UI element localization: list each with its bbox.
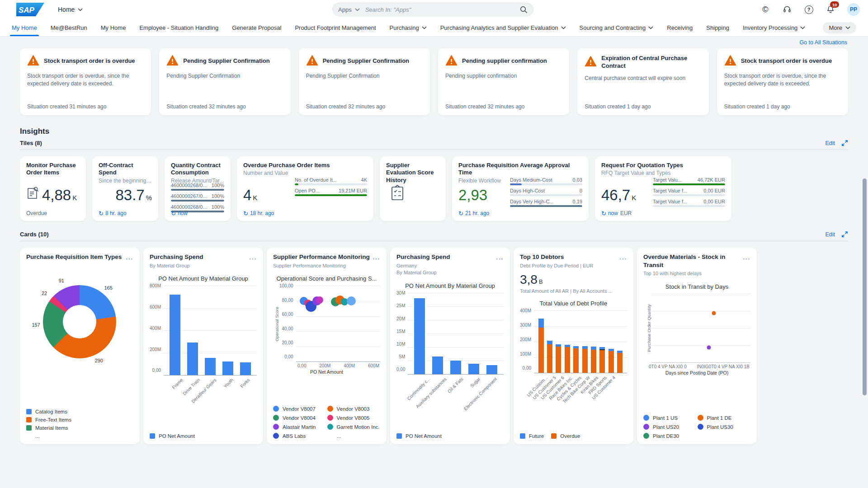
stacked-bar[interactable] — [565, 345, 570, 373]
tiles-count-header: Tiles (8) — [20, 140, 42, 146]
insight-card[interactable]: Purchase Requisition Item Types...165290… — [20, 248, 140, 444]
expand-icon[interactable] — [841, 140, 848, 146]
overflow-menu-icon[interactable]: ... — [617, 253, 627, 259]
nav-tab[interactable]: Generate Proposal — [232, 19, 281, 36]
legend-swatch — [551, 433, 557, 439]
bar[interactable] — [450, 361, 461, 374]
comparison-bar — [510, 183, 582, 185]
nav-tab[interactable]: Shipping — [706, 19, 729, 36]
bar[interactable] — [414, 298, 425, 374]
refresh-time: now — [608, 210, 618, 216]
stacked-bar[interactable] — [617, 351, 623, 373]
nav-tab[interactable]: Inventory Processing — [743, 19, 805, 36]
insight-tile[interactable]: Request For Quotation TypesRFQ Target Va… — [595, 156, 731, 221]
stacked-bar[interactable] — [582, 346, 588, 373]
search-scope-dropdown[interactable]: Apps — [338, 6, 365, 13]
insight-card[interactable]: Purchasing Spend...By Material GroupPO N… — [143, 248, 263, 444]
notifications-bell-icon[interactable]: 10 — [826, 5, 835, 14]
insight-tile[interactable]: Off-Contract SpendSince the beginning ..… — [92, 156, 158, 221]
situation-card[interactable]: Pending Supplier ConfirmationPending Sup… — [159, 48, 290, 115]
headset-icon[interactable] — [782, 5, 792, 14]
situation-card[interactable]: Stock transport order is overdueStock tr… — [717, 48, 848, 115]
situation-card[interactable]: Pending supplier confirmationPending sup… — [438, 48, 569, 115]
bar[interactable] — [205, 358, 216, 375]
nav-tab[interactable]: My Home — [12, 19, 37, 36]
insight-card[interactable]: Purchasing Spend...GermanyBy Material Gr… — [390, 248, 510, 444]
stacked-bar[interactable] — [538, 319, 544, 373]
nav-tab-label: Me@BestRun — [51, 24, 87, 31]
bar[interactable] — [222, 361, 233, 375]
stacked-bar[interactable] — [609, 349, 614, 373]
nav-tab[interactable]: My Home — [101, 19, 126, 36]
search-input[interactable]: Search In: "Apps" — [365, 6, 520, 13]
legend-label: Catalog Items — [35, 409, 67, 414]
cards-edit-link[interactable]: Edit — [825, 231, 835, 238]
tile-title: Request For Quotation Types — [601, 162, 725, 169]
stacked-bar[interactable] — [547, 341, 552, 373]
comparison-row-labels: Open PO...19,21M EUR — [295, 188, 367, 193]
situation-card[interactable]: Expiration of Central Purchase ContractC… — [577, 48, 708, 115]
situation-card[interactable]: Stock transport order is overdueStock tr… — [20, 48, 151, 115]
assistant-icon[interactable]: © — [760, 5, 770, 14]
purchase-order-document-icon — [26, 187, 39, 200]
bubble-point[interactable] — [347, 296, 356, 305]
overflow-menu-icon[interactable]: ... — [740, 253, 750, 259]
overflow-menu-icon[interactable]: ... — [493, 253, 504, 259]
gridline — [296, 347, 380, 347]
nav-tab[interactable]: Sourcing and Contracting — [580, 19, 654, 36]
insight-card[interactable]: Top 10 Debtors...Debt Profile by Due Per… — [514, 248, 633, 444]
clipboard-checklist-icon — [390, 184, 405, 203]
insight-tile[interactable]: Supplier Evaluation Score History — [380, 156, 446, 221]
nav-tab[interactable]: Receiving — [667, 19, 693, 36]
bar[interactable] — [432, 357, 443, 374]
expand-icon[interactable] — [841, 231, 848, 238]
home-menu-button[interactable]: Home — [58, 6, 83, 13]
nav-tab[interactable]: Product Footprint Management — [295, 19, 376, 36]
search-icon[interactable] — [520, 6, 528, 14]
clipboard-checklist-icon — [390, 184, 405, 202]
gridline — [296, 316, 380, 317]
bar[interactable] — [170, 295, 180, 375]
sap-logo[interactable]: SAP — [16, 3, 44, 16]
overflow-menu-icon[interactable]: ... — [123, 253, 133, 259]
insight-card[interactable]: Supplier Performance Monitoring...Suppli… — [267, 248, 387, 444]
tiles-edit-link[interactable]: Edit — [825, 140, 835, 146]
bubble-point[interactable] — [316, 296, 323, 304]
nav-more-button[interactable]: More — [823, 22, 856, 33]
avatar[interactable]: PP — [847, 3, 860, 16]
tile-comparison-rows: Days Medium-Cost0,03Days High-Cost0Days … — [510, 177, 582, 207]
legend-swatch — [26, 417, 32, 422]
overflow-menu-icon[interactable]: ... — [246, 253, 257, 259]
stacked-bar[interactable] — [556, 344, 561, 373]
bar[interactable] — [468, 364, 479, 374]
insight-tile[interactable]: Quantity Contract ConsumptionRelease Amo… — [165, 156, 231, 221]
search-bar[interactable]: Apps Search In: "Apps" — [332, 3, 533, 16]
bar[interactable] — [486, 365, 497, 374]
insight-tile[interactable]: Overdue Purchase Order ItemsNumber and V… — [237, 156, 373, 221]
nav-tab[interactable]: Employee - Situation Handling — [139, 19, 218, 36]
scatter-point[interactable] — [712, 311, 716, 315]
tile-refresh-footer: ↻now — [171, 210, 188, 216]
stacked-bar[interactable] — [599, 347, 605, 373]
insight-tile[interactable]: Purchase Requisition Average Approval Ti… — [452, 156, 589, 221]
scatter-point[interactable] — [707, 345, 711, 349]
stacked-bar[interactable] — [591, 347, 596, 373]
nav-tab-label: My Home — [101, 24, 126, 31]
nav-tab[interactable]: Me@BestRun — [51, 19, 87, 36]
go-to-all-situations-link[interactable]: Go to All Situations — [799, 39, 847, 46]
help-icon[interactable]: ? — [804, 5, 814, 14]
notification-badge: 10 — [830, 1, 839, 8]
stacked-bar[interactable] — [573, 346, 579, 373]
insight-tile[interactable]: Monitor Purchase Order Items4,88KOverdue — [20, 156, 86, 221]
bar[interactable] — [240, 362, 251, 375]
bar[interactable] — [187, 343, 198, 375]
situation-card[interactable]: Pending Supplier ConfirmationPending Sup… — [299, 48, 430, 115]
legend-swatch — [698, 415, 703, 421]
insight-card[interactable]: Overdue Materials - Stock in Transit...T… — [637, 248, 757, 444]
overflow-menu-icon[interactable]: ... — [370, 253, 380, 259]
comparison-bar-fill — [295, 183, 298, 185]
nav-tab[interactable]: Purchasing Analytics and Supplier Evalua… — [440, 19, 566, 36]
vertical-scrollbar[interactable] — [863, 178, 867, 395]
nav-tab[interactable]: Purchasing — [390, 19, 427, 36]
y-tick-label: 80,00 — [282, 298, 293, 303]
